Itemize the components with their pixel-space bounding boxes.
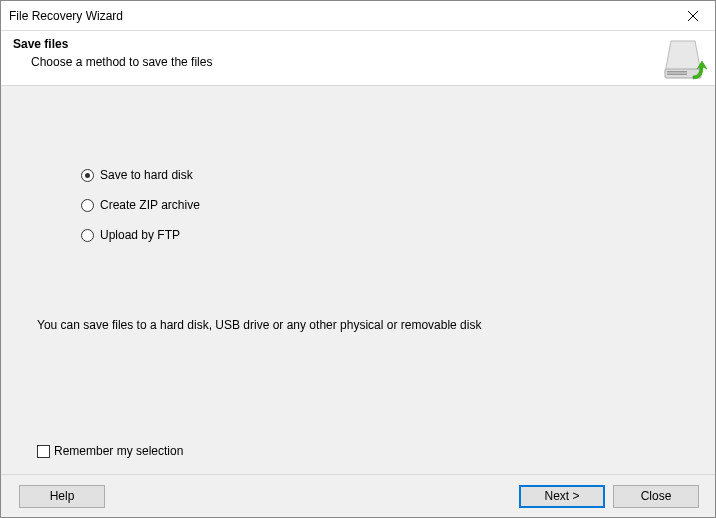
recovery-drive-icon [659,35,707,83]
header-subtitle: Choose a method to save the files [31,55,703,69]
header-title: Save files [13,37,703,51]
radio-label: Upload by FTP [100,228,180,242]
help-button[interactable]: Help [19,485,105,508]
svg-rect-3 [667,71,687,73]
wizard-header: Save files Choose a method to save the f… [1,31,715,86]
radio-icon [81,169,94,182]
content-area: Save to hard disk Create ZIP archive Upl… [1,86,715,474]
save-method-group: Save to hard disk Create ZIP archive Upl… [21,86,695,242]
radio-save-hard-disk[interactable]: Save to hard disk [81,168,695,182]
checkbox-icon [37,445,50,458]
close-icon[interactable] [670,1,715,30]
radio-icon [81,229,94,242]
remember-selection-checkbox[interactable]: Remember my selection [37,444,183,458]
footer: Help Next > Close [1,474,715,517]
radio-label: Create ZIP archive [100,198,200,212]
radio-upload-ftp[interactable]: Upload by FTP [81,228,695,242]
window-title: File Recovery Wizard [9,9,123,23]
radio-icon [81,199,94,212]
svg-rect-4 [667,74,687,76]
titlebar: File Recovery Wizard [1,1,715,31]
method-description: You can save files to a hard disk, USB d… [37,318,481,332]
checkbox-label: Remember my selection [54,444,183,458]
radio-create-zip[interactable]: Create ZIP archive [81,198,695,212]
next-button[interactable]: Next > [519,485,605,508]
radio-label: Save to hard disk [100,168,193,182]
close-button[interactable]: Close [613,485,699,508]
